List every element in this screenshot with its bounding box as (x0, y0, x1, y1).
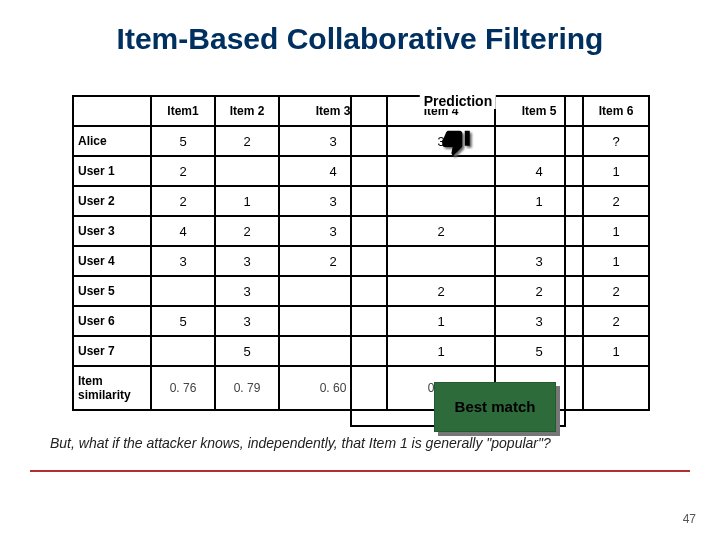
table-wrap: Item1 Item 2 Item 3 Item 4 Item 5 Item 6… (72, 95, 648, 411)
cell-sim: 0. 60 (279, 366, 387, 410)
cell: 3 (387, 126, 495, 156)
cell: 5 (151, 126, 215, 156)
row-label: User 3 (73, 216, 151, 246)
cell: 3 (279, 186, 387, 216)
cell: 1 (583, 246, 649, 276)
row-label: User 7 (73, 336, 151, 366)
cell: 4 (279, 156, 387, 186)
cell: 1 (495, 186, 583, 216)
cell: 2 (387, 276, 495, 306)
cell: 1 (387, 336, 495, 366)
table-row: User 6 5 3 1 3 2 (73, 306, 649, 336)
cell-sim: 0. 79 (215, 366, 279, 410)
table-row: User 2 2 1 3 1 2 (73, 186, 649, 216)
cell: 4 (151, 216, 215, 246)
page-title: Item-Based Collaborative Filtering (0, 0, 720, 66)
row-label-alice: Alice (73, 126, 151, 156)
cell: 2 (583, 186, 649, 216)
cell (387, 156, 495, 186)
cell: 3 (495, 246, 583, 276)
table-row: User 4 3 3 2 3 1 (73, 246, 649, 276)
row-label-sim: Item similarity (73, 366, 151, 410)
cell: 2 (151, 186, 215, 216)
col-item4: Item 4 (387, 96, 495, 126)
cell: 1 (583, 156, 649, 186)
footnote: But, what if the attacker knows, indepen… (50, 435, 670, 451)
cell: 3 (215, 246, 279, 276)
cell: 1 (583, 216, 649, 246)
cell: 2 (215, 126, 279, 156)
cell: 5 (215, 336, 279, 366)
divider (30, 470, 690, 472)
cell (495, 216, 583, 246)
cell (279, 306, 387, 336)
cell: 1 (583, 336, 649, 366)
cell: ? (583, 126, 649, 156)
row-label: User 1 (73, 156, 151, 186)
col-item1: Item1 (151, 96, 215, 126)
col-item6: Item 6 (583, 96, 649, 126)
cell (279, 276, 387, 306)
slide: Item-Based Collaborative Filtering Item1… (0, 0, 720, 540)
cell: 2 (583, 306, 649, 336)
header-empty (73, 96, 151, 126)
table-row: User 1 2 4 4 1 (73, 156, 649, 186)
cell (279, 336, 387, 366)
cell: 3 (279, 126, 387, 156)
row-label: User 5 (73, 276, 151, 306)
cell (495, 126, 583, 156)
table-row: User 7 5 1 5 1 (73, 336, 649, 366)
cell: 2 (151, 156, 215, 186)
page-number: 47 (683, 512, 696, 526)
row-label: User 2 (73, 186, 151, 216)
cell: 3 (495, 306, 583, 336)
table-row-similarity: Item similarity 0. 76 0. 79 0. 60 0. 71 … (73, 366, 649, 410)
cell (387, 246, 495, 276)
table-row: User 3 4 2 3 2 1 (73, 216, 649, 246)
cell: 2 (495, 276, 583, 306)
table-header-row: Item1 Item 2 Item 3 Item 4 Item 5 Item 6 (73, 96, 649, 126)
row-label: User 6 (73, 306, 151, 336)
cell-sim (583, 366, 649, 410)
cell: 3 (151, 246, 215, 276)
col-item2: Item 2 (215, 96, 279, 126)
table-row: User 5 3 2 2 2 (73, 276, 649, 306)
cell: 5 (495, 336, 583, 366)
cell (215, 156, 279, 186)
col-item5: Item 5 (495, 96, 583, 126)
cell (151, 336, 215, 366)
ratings-table: Item1 Item 2 Item 3 Item 4 Item 5 Item 6… (72, 95, 650, 411)
cell: 2 (583, 276, 649, 306)
cell: 2 (215, 216, 279, 246)
cell: 5 (151, 306, 215, 336)
row-label: User 4 (73, 246, 151, 276)
cell-sim: 0. 75 (495, 366, 583, 410)
cell (151, 276, 215, 306)
cell-sim: 0. 71 (387, 366, 495, 410)
cell: 1 (215, 186, 279, 216)
cell: 4 (495, 156, 583, 186)
table-row: Alice 5 2 3 3 ? (73, 126, 649, 156)
cell: 2 (279, 246, 387, 276)
cell (387, 186, 495, 216)
cell: 3 (215, 276, 279, 306)
cell: 3 (215, 306, 279, 336)
cell: 3 (279, 216, 387, 246)
cell: 1 (387, 306, 495, 336)
cell-sim: 0. 76 (151, 366, 215, 410)
cell: 2 (387, 216, 495, 246)
col-item3: Item 3 (279, 96, 387, 126)
